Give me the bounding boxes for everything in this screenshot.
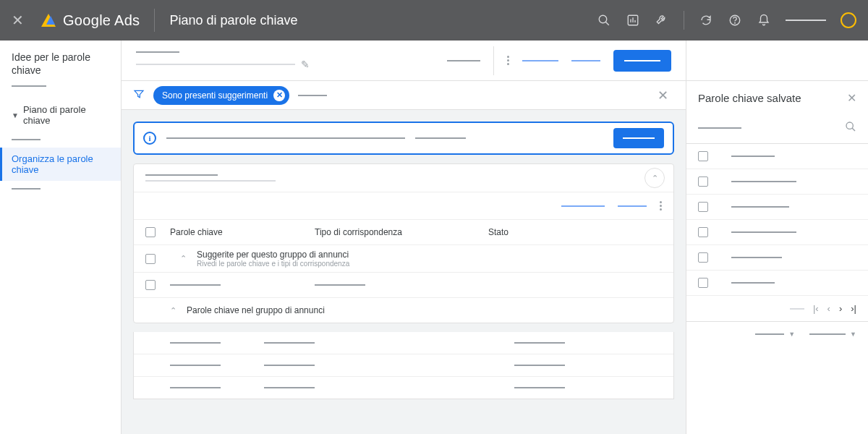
cell-placeholder [170, 365, 221, 366]
item-placeholder [731, 206, 789, 208]
table-row[interactable] [134, 332, 673, 354]
row-checkbox[interactable] [145, 280, 156, 290]
list-item[interactable] [686, 245, 868, 271]
item-placeholder [731, 231, 796, 233]
tools-icon[interactable] [655, 13, 669, 27]
panel-search-row [686, 115, 868, 144]
card-title-placeholder [145, 174, 218, 176]
button-label-placeholder [623, 137, 655, 139]
row-checkbox[interactable] [698, 252, 708, 263]
link-placeholder[interactable] [618, 205, 647, 207]
dropdown[interactable]: ▼ [755, 331, 795, 338]
caret-down-icon: ▼ [12, 111, 19, 119]
product-logo[interactable]: Google Ads [41, 12, 140, 29]
list-item[interactable] [686, 195, 868, 220]
search-placeholder[interactable] [698, 127, 741, 129]
col-keywords[interactable]: Parole chiave [170, 227, 315, 237]
cell-placeholder [315, 284, 365, 286]
filter-chip-suggestions[interactable]: Sono presenti suggerimenti ✕ [153, 86, 289, 105]
icon-divider [684, 11, 684, 30]
search-icon[interactable] [845, 121, 856, 135]
cell-placeholder [170, 284, 221, 286]
chip-remove-icon[interactable]: ✕ [273, 90, 285, 101]
svg-line-1 [605, 22, 609, 25]
cell-placeholder [170, 342, 221, 344]
panel-close-icon[interactable]: ✕ [847, 91, 856, 105]
more-vert-icon[interactable] [660, 201, 662, 210]
list-item[interactable] [686, 220, 868, 245]
panel-footer: ▼ ▼ [686, 322, 868, 346]
link-placeholder[interactable] [561, 205, 605, 207]
suggested-group-row[interactable]: ⌃ Suggerite per questo gruppo di annunci… [134, 244, 673, 272]
refresh-icon[interactable] [699, 13, 713, 27]
col-status[interactable]: Stato [488, 227, 662, 237]
chevron-up-icon[interactable]: ⌃ [170, 306, 176, 315]
more-vert-icon[interactable] [507, 56, 509, 65]
callout-action-button[interactable] [613, 128, 664, 148]
cell-placeholder [264, 342, 315, 344]
sidebar-item-plan[interactable]: ▼ Piano di parole chiave [0, 98, 121, 132]
dropdown[interactable]: ▼ [809, 331, 856, 338]
next-page-button[interactable]: › [839, 303, 842, 314]
sidebar-placeholder [12, 85, 46, 87]
table-row[interactable] [134, 272, 673, 297]
row-checkbox[interactable] [698, 151, 708, 161]
sidebar-placeholder[interactable] [12, 188, 41, 190]
filter-close-icon[interactable]: ✕ [652, 85, 674, 106]
col-match-type[interactable]: Tipo di corrispondenza [315, 227, 488, 237]
select-all-checkbox[interactable] [145, 227, 156, 237]
collapse-button[interactable]: ⌃ [644, 168, 665, 188]
filter-icon[interactable] [133, 88, 145, 102]
toolbar-placeholder [447, 60, 480, 61]
edit-icon[interactable]: ✎ [301, 59, 310, 70]
card-subtitle-placeholder [145, 180, 276, 182]
cell-placeholder [514, 342, 565, 344]
info-icon: i [143, 132, 156, 145]
sidebar-section-title: Idee per le parole chiave [0, 51, 121, 77]
account-placeholder[interactable] [786, 20, 826, 21]
list-item[interactable] [686, 169, 868, 195]
toolbar: ✎ [122, 41, 686, 81]
notifications-icon[interactable] [757, 13, 771, 27]
in-group-row[interactable]: ⌃ Parole chiave nel gruppo di annunci [134, 297, 673, 323]
first-page-button[interactable]: |‹ [813, 303, 819, 314]
row-checkbox[interactable] [698, 176, 708, 187]
ads-logo-icon [41, 14, 56, 27]
row-checkbox[interactable] [145, 254, 156, 264]
prev-page-button[interactable]: ‹ [827, 303, 830, 314]
list-item[interactable] [686, 144, 868, 169]
title-placeholder [136, 51, 179, 53]
table-row[interactable] [134, 354, 673, 376]
primary-action-button[interactable] [613, 50, 671, 72]
row-checkbox[interactable] [698, 278, 708, 288]
row-checkbox[interactable] [698, 202, 708, 212]
close-icon[interactable]: ✕ [12, 12, 24, 29]
list-item[interactable] [686, 271, 868, 296]
info-callout: i [133, 122, 674, 155]
app-header: ✕ Google Ads Piano di parole chiave [0, 0, 868, 41]
adgroup-card: ⌃ Parole chiave Tipo di corrispondenza S… [133, 163, 674, 323]
search-icon[interactable] [597, 13, 611, 27]
table-row[interactable] [134, 376, 673, 399]
svg-point-0 [599, 15, 607, 23]
item-placeholder [731, 156, 775, 157]
page-info-placeholder [790, 308, 804, 310]
last-page-button[interactable]: ›| [851, 303, 856, 314]
link-placeholder[interactable] [571, 60, 600, 61]
row-checkbox[interactable] [698, 227, 708, 237]
toolbar-divider [493, 46, 494, 75]
avatar[interactable] [841, 12, 856, 28]
sidebar-item-organize[interactable]: Organizza le parole chiave [0, 148, 121, 181]
sidebar-placeholder[interactable] [12, 139, 41, 140]
help-icon[interactable] [728, 13, 742, 27]
item-placeholder [731, 282, 775, 284]
filter-placeholder [298, 95, 327, 96]
chevron-up-icon[interactable]: ⌃ [180, 254, 187, 263]
cell-placeholder [514, 365, 565, 366]
link-placeholder[interactable] [522, 60, 558, 61]
header-divider [154, 9, 155, 32]
subtitle-placeholder [136, 64, 295, 65]
item-placeholder [731, 257, 782, 258]
item-placeholder [731, 181, 796, 182]
reports-icon[interactable] [626, 13, 640, 27]
